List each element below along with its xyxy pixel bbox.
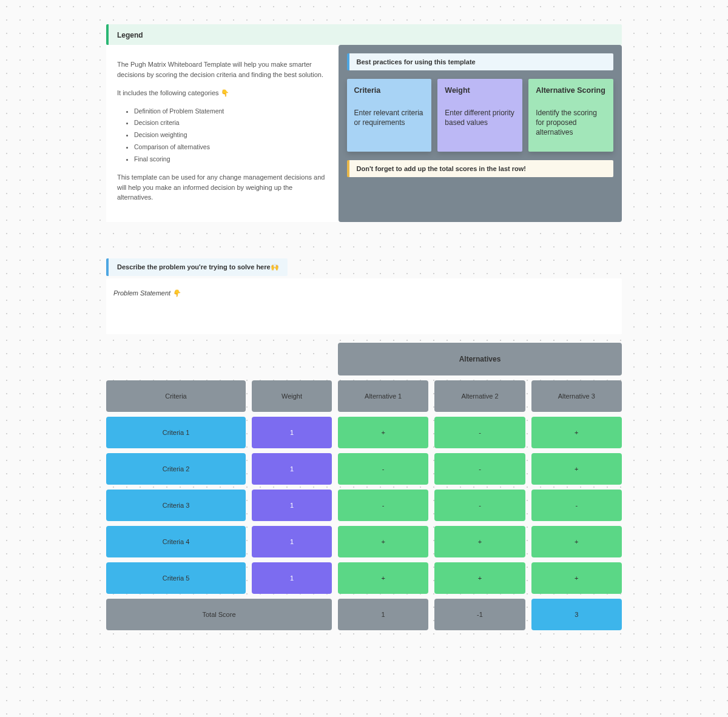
problem-header: Describe the problem you're trying to so…: [106, 258, 288, 276]
criteria-header[interactable]: Criteria: [106, 380, 246, 412]
total-cell[interactable]: 1: [338, 599, 428, 630]
spacer: [106, 343, 332, 375]
matrix-total-row: Total Score 1 -1 3: [106, 599, 622, 630]
best-practices-cards: Criteria Enter relevant criteria or requ…: [347, 79, 614, 152]
bp-card-body: Enter different priority based values: [445, 108, 515, 127]
score-cell[interactable]: +: [531, 417, 622, 448]
score-cell[interactable]: +: [338, 526, 428, 557]
score-cell[interactable]: +: [531, 562, 622, 594]
bp-card-criteria[interactable]: Criteria Enter relevant criteria or requ…: [347, 79, 432, 152]
alt-header-3[interactable]: Alternative 3: [531, 380, 622, 412]
score-cell[interactable]: -: [338, 453, 428, 485]
best-practices-title: Best practices for using this template: [347, 53, 614, 70]
matrix-row: Criteria 4 1 + + +: [106, 526, 622, 557]
legend-title: Legend: [117, 31, 143, 39]
problem-statement-label: Problem Statement 👇: [113, 289, 181, 297]
score-cell[interactable]: +: [434, 526, 525, 557]
criteria-cell[interactable]: Criteria 1: [106, 417, 246, 448]
pugh-matrix: Alternatives Criteria Weight Alternative…: [106, 343, 622, 630]
score-cell[interactable]: -: [434, 417, 525, 448]
list-item: Comparison of alternatives: [134, 143, 328, 152]
description-outro: This template can be used for any change…: [117, 172, 328, 203]
alternatives-header-row: Alternatives: [106, 343, 622, 375]
bp-card-weight[interactable]: Weight Enter different priority based va…: [437, 79, 522, 152]
score-cell[interactable]: -: [434, 453, 525, 485]
description-panel[interactable]: The Pugh Matrix Whiteboard Template will…: [106, 45, 339, 222]
total-cell[interactable]: -1: [434, 599, 525, 630]
list-item: Decision criteria: [134, 118, 328, 128]
bp-card-heading: Alternative Scoring: [536, 86, 606, 95]
description-intro: The Pugh Matrix Whiteboard Template will…: [117, 59, 328, 79]
alternatives-header[interactable]: Alternatives: [338, 343, 622, 375]
criteria-cell[interactable]: Criteria 2: [106, 453, 246, 485]
best-practices-panel[interactable]: Best practices for using this template C…: [339, 45, 622, 222]
bp-card-heading: Criteria: [354, 86, 425, 95]
criteria-cell[interactable]: Criteria 3: [106, 490, 246, 521]
score-cell[interactable]: -: [338, 490, 428, 521]
list-item: Definition of Problem Statement: [134, 107, 328, 116]
matrix-row: Criteria 5 1 + + +: [106, 562, 622, 594]
weight-cell[interactable]: 1: [252, 453, 332, 485]
weight-header[interactable]: Weight: [252, 380, 332, 412]
legend-header: Legend: [106, 24, 622, 45]
weight-cell[interactable]: 1: [252, 526, 332, 557]
criteria-cell[interactable]: Criteria 5: [106, 562, 246, 594]
description-includes-label: It includes the following categories 👇: [117, 88, 328, 98]
matrix-row: Criteria 3 1 - - -: [106, 490, 622, 521]
alt-header-1[interactable]: Alternative 1: [338, 380, 428, 412]
score-cell[interactable]: +: [434, 562, 525, 594]
weight-cell[interactable]: 1: [252, 490, 332, 521]
total-label[interactable]: Total Score: [106, 599, 332, 630]
criteria-cell[interactable]: Criteria 4: [106, 526, 246, 557]
score-cell[interactable]: +: [338, 417, 428, 448]
matrix-row: Criteria 2 1 - - +: [106, 453, 622, 485]
whiteboard-canvas[interactable]: Legend The Pugh Matrix Whiteboard Templa…: [106, 24, 622, 630]
score-cell[interactable]: -: [531, 490, 622, 521]
top-row: The Pugh Matrix Whiteboard Template will…: [106, 45, 622, 222]
bp-card-alt-scoring[interactable]: Alternative Scoring Identify the scoring…: [528, 79, 613, 152]
score-cell[interactable]: +: [531, 453, 622, 485]
bp-card-body: Identify the scoring for proposed altern…: [536, 108, 606, 138]
list-item: Final scoring: [134, 155, 328, 164]
description-categories-list: Definition of Problem Statement Decision…: [117, 107, 328, 164]
problem-section: Describe the problem you're trying to so…: [106, 258, 622, 334]
alt-header-2[interactable]: Alternative 2: [434, 380, 525, 412]
weight-cell[interactable]: 1: [252, 562, 332, 594]
problem-statement-box[interactable]: Problem Statement 👇: [106, 278, 622, 334]
matrix-header-row: Criteria Weight Alternative 1 Alternativ…: [106, 380, 622, 412]
score-cell[interactable]: +: [338, 562, 428, 594]
bp-card-heading: Weight: [445, 86, 515, 95]
list-item: Decision weighting: [134, 130, 328, 140]
score-cell[interactable]: +: [531, 526, 622, 557]
total-cell-best[interactable]: 3: [531, 599, 622, 630]
score-cell[interactable]: -: [434, 490, 525, 521]
bp-card-body: Enter relevant criteria or requirements: [354, 108, 425, 127]
matrix-row: Criteria 1 1 + - +: [106, 417, 622, 448]
best-practices-note: Don't forget to add up the total scores …: [347, 160, 614, 177]
weight-cell[interactable]: 1: [252, 417, 332, 448]
